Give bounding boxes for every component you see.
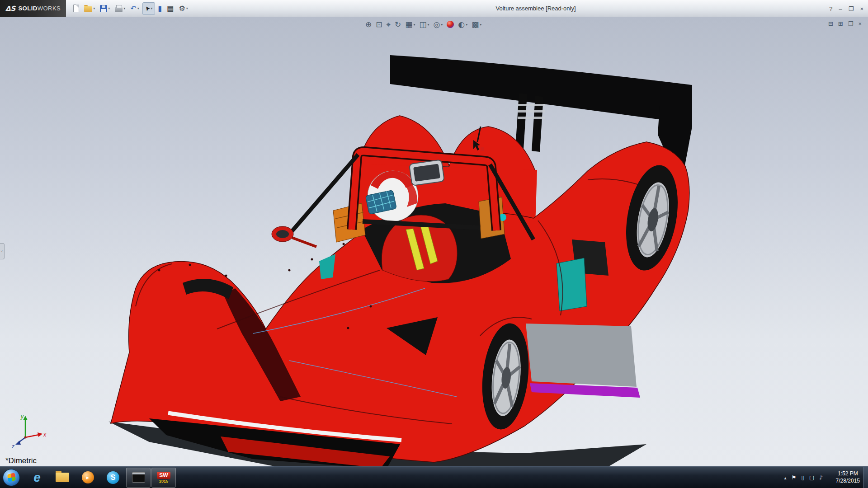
internet-explorer-icon: e bbox=[33, 470, 41, 485]
triad-origin bbox=[24, 436, 27, 439]
print-button[interactable]: ▾ bbox=[113, 2, 127, 15]
hide-show-items-button[interactable]: ◎▾ bbox=[433, 20, 443, 29]
wing-strut-rung bbox=[518, 110, 545, 113]
new-document-icon bbox=[73, 5, 79, 12]
dropdown-arrow-icon: ▾ bbox=[137, 6, 139, 10]
network-icon[interactable]: ▢ bbox=[809, 474, 814, 481]
zoom-selection-button[interactable]: ⌖ bbox=[387, 20, 391, 29]
close-icon[interactable]: × bbox=[860, 5, 863, 12]
feature-panel-collapse-handle[interactable]: ‹ bbox=[0, 243, 5, 259]
zoom-selection-icon: ⌖ bbox=[387, 20, 391, 29]
solidworks-app-icon: SW 2015 bbox=[157, 472, 170, 483]
edit-appearance-button[interactable] bbox=[447, 21, 454, 28]
apply-scene-button[interactable]: ◐▾ bbox=[458, 20, 467, 29]
document-window-controls: ⊟ ⊞ ❐ × bbox=[828, 20, 862, 27]
sheet-button[interactable]: ▤ bbox=[165, 2, 175, 15]
solidworks-logo: ΔS SOLIDWORKS bbox=[0, 0, 66, 17]
taskbar-command-prompt[interactable] bbox=[126, 468, 151, 488]
doc-restore-icon[interactable]: ❐ bbox=[848, 20, 854, 27]
select-tool-button[interactable]: ➤▾ bbox=[142, 2, 155, 15]
undo-button[interactable]: ↶▾ bbox=[128, 2, 141, 15]
taskbar-media-player[interactable]: ▸ bbox=[75, 468, 100, 488]
command-prompt-icon bbox=[132, 472, 145, 483]
appearance-sphere-icon bbox=[447, 21, 454, 28]
z-axis-label: z bbox=[11, 443, 14, 450]
car-model[interactable] bbox=[0, 17, 868, 466]
graphics-area[interactable]: ⊕ ⊡ ⌖ ↻ ▦▾ ◫▾ ◎▾ ◐▾ ▩▾ ⊟ ⊞ ❐ × ‹ y x z *… bbox=[0, 17, 868, 466]
view-settings-button[interactable]: ▩▾ bbox=[472, 20, 481, 29]
dropdown-arrow-icon: ▾ bbox=[413, 23, 415, 27]
skype-icon: S bbox=[107, 471, 119, 484]
x-axis-arrow bbox=[38, 432, 42, 437]
dropdown-arrow-icon: ▾ bbox=[427, 23, 429, 27]
maximize-icon[interactable]: ❐ bbox=[849, 5, 854, 12]
windows-taskbar: e ▸ S SW 2015 ▴ ⚑ ▯ ▢ ♪ 1:52 PM 7/28/201… bbox=[0, 466, 868, 488]
wing-strut-rung bbox=[518, 104, 545, 106]
hide-show-icon: ◎ bbox=[433, 20, 440, 29]
select-cursor-icon: ➤ bbox=[143, 4, 152, 13]
wing-strut bbox=[515, 93, 527, 149]
chevron-left-icon: ‹ bbox=[1, 249, 3, 253]
y-axis-arrow bbox=[23, 416, 28, 420]
view-orientation-label: *Dimetric bbox=[5, 456, 37, 465]
open-folder-icon bbox=[84, 6, 92, 12]
y-axis-label: y bbox=[20, 413, 24, 420]
zoom-area-icon: ⊡ bbox=[376, 20, 382, 29]
zoom-fit-button[interactable]: ⊕ bbox=[365, 20, 372, 29]
save-button[interactable]: ▾ bbox=[98, 2, 112, 15]
action-center-flag-icon[interactable]: ⚑ bbox=[792, 474, 797, 481]
view-orientation-icon: ▦ bbox=[405, 20, 412, 29]
scene-icon: ◐ bbox=[458, 20, 465, 29]
sheet-icon: ▤ bbox=[167, 4, 174, 13]
taskbar-skype[interactable]: S bbox=[101, 468, 125, 488]
solidworks-logo-text: SOLIDWORKS bbox=[18, 5, 61, 12]
taskbar-file-explorer[interactable] bbox=[50, 468, 75, 488]
window-controls: ? – ❐ × bbox=[829, 0, 863, 17]
rocker-panel bbox=[526, 324, 637, 387]
media-player-icon: ▸ bbox=[82, 471, 94, 483]
dash-display bbox=[409, 160, 444, 186]
instant3d-icon: ▮ bbox=[158, 4, 162, 13]
heads-up-view-toolbar: ⊕ ⊡ ⌖ ↻ ▦▾ ◫▾ ◎▾ ◐▾ ▩▾ bbox=[365, 20, 481, 29]
title-bar: ΔS SOLIDWORKS ▾ ▾ ▾ ↶▾ ➤▾ ▮ ▤ ⚙▾ Voiture… bbox=[0, 0, 868, 17]
display-style-icon: ◫ bbox=[419, 20, 426, 29]
minimize-icon[interactable]: – bbox=[839, 5, 842, 12]
system-tray: ▴ ⚑ ▯ ▢ ♪ bbox=[784, 467, 823, 488]
instant3d-button[interactable]: ▮ bbox=[156, 2, 164, 15]
side-mirror-glass bbox=[276, 230, 289, 238]
doc-close-icon[interactable]: × bbox=[858, 20, 862, 27]
volume-icon[interactable]: ♪ bbox=[819, 474, 823, 481]
mirror-stalk bbox=[292, 238, 316, 247]
teal-side-window bbox=[557, 258, 587, 311]
options-button[interactable]: ⚙▾ bbox=[177, 2, 189, 15]
save-icon bbox=[100, 5, 107, 12]
help-icon[interactable]: ? bbox=[829, 5, 832, 12]
view-orientation-button[interactable]: ▦▾ bbox=[405, 20, 415, 29]
show-desktop-button[interactable] bbox=[863, 467, 868, 488]
doc-pane-icon[interactable]: ⊞ bbox=[838, 20, 843, 27]
solidworks-logo-mark-icon: ΔS bbox=[5, 5, 15, 13]
new-document-button[interactable] bbox=[71, 2, 81, 15]
undo-icon: ↶ bbox=[130, 4, 136, 13]
display-style-button[interactable]: ◫▾ bbox=[419, 20, 429, 29]
taskbar-internet-explorer[interactable]: e bbox=[25, 468, 49, 488]
open-button[interactable]: ▾ bbox=[82, 2, 97, 15]
dropdown-arrow-icon: ▾ bbox=[123, 6, 125, 10]
mouse-cursor-badge bbox=[481, 147, 484, 151]
doc-split-icon[interactable]: ⊟ bbox=[828, 20, 833, 27]
taskbar-clock[interactable]: 1:52 PM 7/28/2015 bbox=[836, 467, 860, 488]
dropdown-arrow-icon: ▾ bbox=[93, 6, 95, 10]
main-toolbar: ▾ ▾ ▾ ↶▾ ➤▾ ▮ ▤ ⚙▾ bbox=[66, 2, 190, 15]
zoom-area-button[interactable]: ⊡ bbox=[376, 20, 382, 29]
rotate-view-button[interactable]: ↻ bbox=[395, 20, 401, 29]
dropdown-arrow-icon: ▾ bbox=[186, 6, 188, 10]
window-title: Voiture assemblee [Read-only] bbox=[445, 5, 626, 12]
clock-date: 7/28/2015 bbox=[836, 478, 860, 485]
reference-triad[interactable]: y x z bbox=[11, 412, 49, 450]
start-button[interactable] bbox=[3, 469, 20, 486]
dropdown-arrow-icon: ▾ bbox=[441, 23, 443, 27]
tray-expand-icon[interactable]: ▴ bbox=[784, 475, 787, 480]
power-icon[interactable]: ▯ bbox=[801, 474, 804, 481]
print-icon bbox=[115, 7, 123, 12]
taskbar-solidworks[interactable]: SW 2015 bbox=[151, 468, 176, 488]
